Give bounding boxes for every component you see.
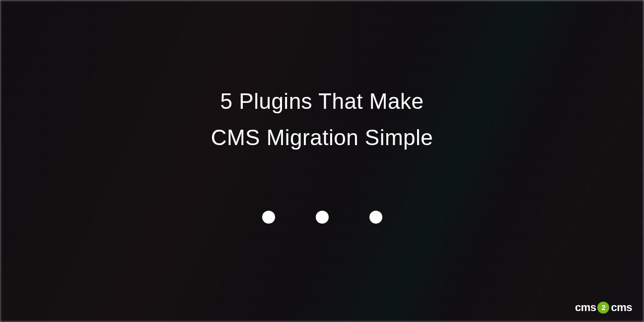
decorative-dots [262,211,382,224]
hero-banner: 5 Plugins That Make CMS Migration Simple… [0,0,644,322]
dark-overlay [0,0,644,322]
dot-1 [262,211,275,224]
logo-text-left: cms [575,301,596,314]
dot-3 [369,211,382,224]
brand-logo: cms 2 cms [575,301,632,314]
title-line-2: CMS Migration Simple [211,120,433,156]
title-line-1: 5 Plugins That Make [211,83,433,120]
logo-text-right: cms [611,301,632,314]
logo-circle-icon: 2 [597,302,609,314]
title-block: 5 Plugins That Make CMS Migration Simple [211,83,433,156]
dot-2 [316,211,329,224]
